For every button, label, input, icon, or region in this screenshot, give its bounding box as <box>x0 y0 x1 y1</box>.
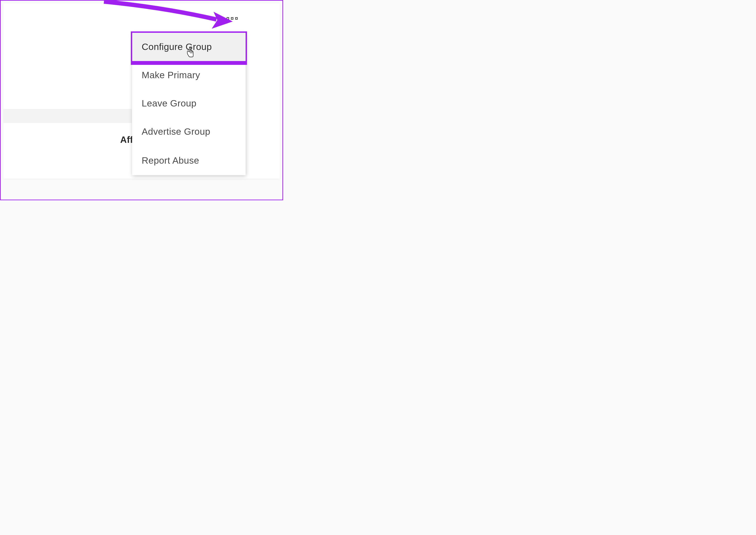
dropdown-item-make-primary[interactable]: Make Primary <box>132 61 246 89</box>
ellipsis-icon <box>235 17 238 20</box>
dropdown-item-label: Report Abuse <box>142 155 199 166</box>
dropdown-item-label: Make Primary <box>142 70 200 80</box>
more-options-button[interactable] <box>227 17 238 20</box>
dropdown-item-label: Configure Group <box>142 42 212 52</box>
dropdown-item-leave-group[interactable]: Leave Group <box>132 89 246 118</box>
dropdown-item-report-abuse[interactable]: Report Abuse <box>132 146 246 175</box>
ellipsis-icon <box>231 17 233 20</box>
dropdown-item-configure-group[interactable]: Configure Group <box>132 33 246 61</box>
dropdown-item-label: Advertise Group <box>142 127 210 137</box>
dropdown-item-label: Leave Group <box>142 98 197 109</box>
more-options-dropdown: Configure Group Make Primary Leave Group… <box>132 33 246 175</box>
dropdown-item-advertise-group[interactable]: Advertise Group <box>132 118 246 146</box>
separator-band <box>3 109 132 123</box>
ellipsis-icon <box>227 17 229 20</box>
